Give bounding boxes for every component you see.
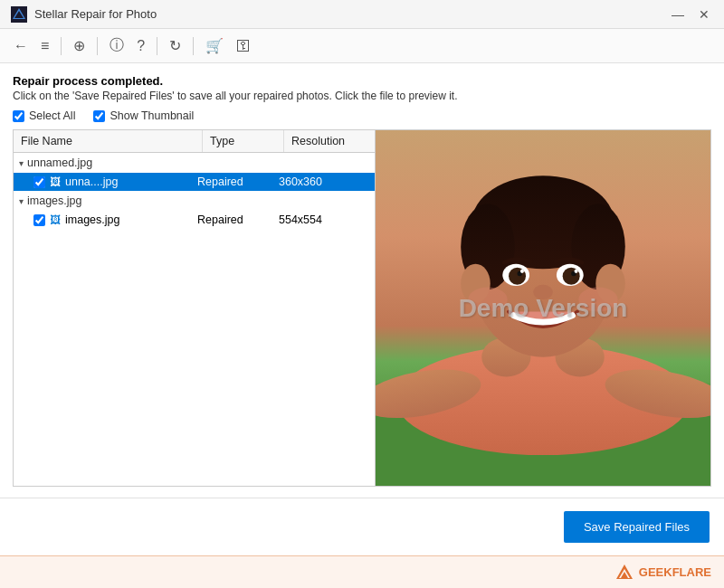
app-icon xyxy=(11,6,27,23)
file-row-images[interactable]: 🖼 images.jpg Repaired 554x554 xyxy=(14,211,375,229)
geekflare-brand: GEEKFLARE xyxy=(614,563,711,583)
file-check-images[interactable] xyxy=(33,214,45,226)
file-name-images: images.jpg xyxy=(65,213,197,226)
menu-button[interactable]: ≡ xyxy=(36,36,53,56)
file-icon-unnamed: 🖼 xyxy=(50,175,61,188)
menu-icon: ≡ xyxy=(41,38,49,54)
file-type-unnamed: Repaired xyxy=(197,175,279,188)
separator-2 xyxy=(97,37,98,55)
group-name-1: unnamed.jpg xyxy=(27,156,92,169)
preview-image-container: Demo Version xyxy=(376,130,710,486)
file-res-unnamed: 360x360 xyxy=(279,175,369,188)
help-icon: ? xyxy=(137,38,145,54)
options-row: Select All Show Thumbnail xyxy=(13,109,711,122)
col-header-type: Type xyxy=(203,130,284,152)
svg-point-27 xyxy=(468,287,507,311)
window-title: Stellar Repair for Photo xyxy=(34,7,157,21)
action-bar: Save Repaired Files xyxy=(0,498,724,555)
chevron-icon-group1: ▾ xyxy=(19,158,24,168)
title-bar-controls: — ✕ xyxy=(668,7,713,22)
file-list-header: File Name Type Resolution xyxy=(14,130,375,153)
globe-icon: ⊕ xyxy=(73,37,85,54)
help-button[interactable]: ? xyxy=(132,36,149,56)
svg-point-25 xyxy=(575,270,578,273)
col-header-name: File Name xyxy=(14,130,203,152)
svg-point-24 xyxy=(520,270,524,273)
separator-4 xyxy=(193,37,194,55)
cart-icon: 🛒 xyxy=(205,37,224,54)
file-list-body: ▾ unnamed.jpg 🖼 unna....jpg Repaired 360… xyxy=(14,153,375,486)
col-header-resolution: Resolution xyxy=(284,130,375,152)
file-check-unnamed[interactable] xyxy=(33,176,45,188)
chevron-icon-group2: ▾ xyxy=(19,196,24,206)
minimize-button[interactable]: — xyxy=(668,7,688,22)
globe-button[interactable]: ⊕ xyxy=(69,35,90,56)
geekflare-label: GEEKFLARE xyxy=(639,565,711,579)
separator-3 xyxy=(157,37,157,55)
content-area: Repair process completed. Click on the '… xyxy=(0,63,724,498)
select-all-label: Select All xyxy=(29,109,75,122)
title-bar: Stellar Repair for Photo — ✕ xyxy=(0,0,724,29)
group-name-2: images.jpg xyxy=(27,194,81,207)
group-header-unnamed[interactable]: ▾ unnamed.jpg xyxy=(14,153,375,173)
back-icon: ← xyxy=(14,38,28,54)
preview-svg xyxy=(376,130,710,486)
preview-panel: Demo Version xyxy=(376,130,710,486)
show-thumbnail-option[interactable]: Show Thumbnail xyxy=(93,109,194,122)
file-name-unnamed: unna....jpg xyxy=(65,175,197,188)
file-type-images: Repaired xyxy=(197,213,279,226)
refresh-button[interactable]: ↻ xyxy=(165,35,186,56)
svg-point-26 xyxy=(533,285,553,299)
group-header-images[interactable]: ▾ images.jpg xyxy=(14,191,375,211)
show-thumbnail-checkbox[interactable] xyxy=(93,110,105,122)
select-all-checkbox[interactable] xyxy=(13,110,24,122)
file-list-panel: File Name Type Resolution ▾ unnamed.jpg … xyxy=(14,130,376,486)
show-thumbnail-label: Show Thumbnail xyxy=(110,109,194,122)
separator-1 xyxy=(61,37,62,55)
back-button[interactable]: ← xyxy=(9,36,33,56)
cart-button[interactable]: 🛒 xyxy=(201,35,228,56)
split-area: File Name Type Resolution ▾ unnamed.jpg … xyxy=(13,129,711,487)
save-repaired-files-button[interactable]: Save Repaired Files xyxy=(564,511,710,543)
file-row-unnamed[interactable]: 🖼 unna....jpg Repaired 360x360 xyxy=(14,173,375,191)
info-icon: ⓘ xyxy=(110,36,124,55)
key-button[interactable]: ⚿ xyxy=(232,36,255,56)
info-button[interactable]: ⓘ xyxy=(105,34,129,57)
file-res-images: 554x554 xyxy=(279,213,369,226)
footer: GEEKFLARE xyxy=(0,555,724,588)
select-all-option[interactable]: Select All xyxy=(13,109,75,122)
status-message: Repair process completed. Click on the '… xyxy=(13,74,711,102)
file-icon-images: 🖼 xyxy=(50,213,61,226)
close-button[interactable]: ✕ xyxy=(695,7,713,22)
svg-point-28 xyxy=(578,287,617,311)
status-bold: Repair process completed. xyxy=(13,74,711,88)
status-sub: Click on the 'Save Repaired Files' to sa… xyxy=(13,90,711,102)
toolbar: ← ≡ ⊕ ⓘ ? ↻ 🛒 ⚿ xyxy=(0,29,724,63)
geekflare-icon xyxy=(614,563,634,583)
refresh-icon: ↻ xyxy=(169,37,181,54)
key-icon: ⚿ xyxy=(236,38,251,54)
title-bar-left: Stellar Repair for Photo xyxy=(11,6,157,23)
